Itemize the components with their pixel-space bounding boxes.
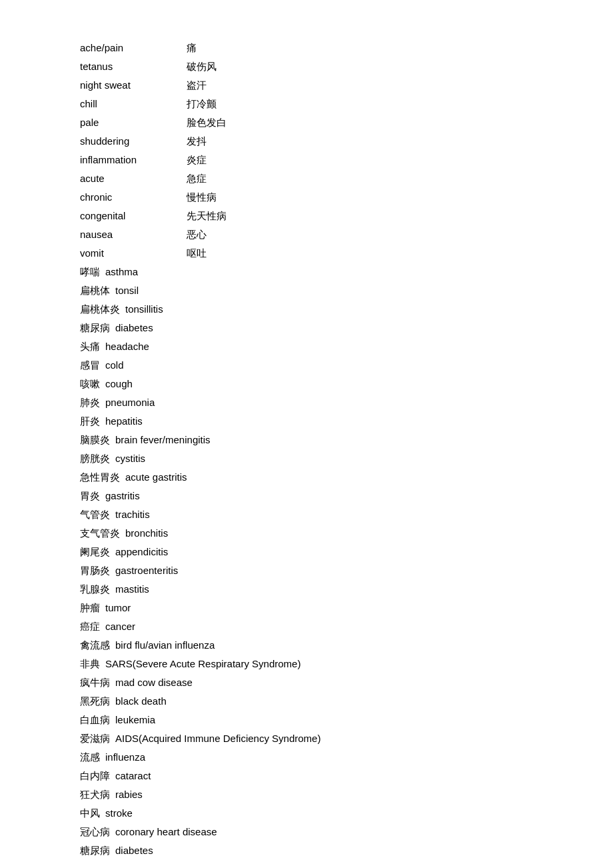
- chinese-term: 肿瘤: [80, 600, 100, 616]
- list-item: 糖尿病diabetes: [80, 843, 613, 859]
- list-item: 爱滋病AIDS(Acquired Immune Deficiency Syndr…: [80, 731, 613, 747]
- list-item: nausea恶心: [80, 227, 613, 243]
- english-term: coronary heart disease: [115, 824, 217, 840]
- list-item: tetanus破伤风: [80, 59, 613, 75]
- chinese-term: 中风: [80, 805, 100, 821]
- english-term: stroke: [105, 805, 133, 821]
- chinese-term: 破伤风: [187, 59, 217, 75]
- english-term: cancer: [105, 619, 135, 635]
- english-term: vomit: [80, 245, 187, 261]
- chinese-term: 爱滋病: [80, 731, 110, 747]
- list-item: 感冒cold: [80, 357, 613, 373]
- chinese-term: 白血病: [80, 712, 110, 728]
- chinese-term: 糖尿病: [80, 320, 110, 336]
- english-term: night sweat: [80, 77, 187, 93]
- list-item: night sweat盗汗: [80, 77, 613, 93]
- english-term: cold: [105, 357, 124, 373]
- list-item: 乳腺炎mastitis: [80, 581, 613, 597]
- list-item: 阑尾炎appendicitis: [80, 544, 613, 560]
- english-term: tonsillitis: [125, 301, 163, 317]
- list-item: 非典SARS(Severe Acute Respiratary Syndrome…: [80, 656, 613, 672]
- chinese-term: 恶心: [187, 227, 207, 243]
- chinese-term: 肺炎: [80, 395, 100, 411]
- chinese-term: 狂犬病: [80, 787, 110, 803]
- list-item: 糖尿病diabetes: [80, 320, 613, 336]
- list-item: 胃肠炎gastroenteritis: [80, 563, 613, 579]
- chinese-term: 非典: [80, 656, 100, 672]
- list-item: 头痛headache: [80, 339, 613, 355]
- chinese-term: 胃炎: [80, 488, 100, 504]
- chinese-term: 炎症: [187, 152, 207, 168]
- list-item: chill打冷颤: [80, 96, 613, 112]
- english-term: trachitis: [115, 507, 150, 523]
- chinese-term: 感冒: [80, 357, 100, 373]
- chinese-term: 阑尾炎: [80, 544, 110, 560]
- english-term: acute: [80, 171, 187, 187]
- chinese-term: 发抖: [187, 133, 207, 149]
- chinese-term: 禽流感: [80, 637, 110, 653]
- list-item: congenital先天性病: [80, 208, 613, 224]
- list-item: 禽流感bird flu/avian influenza: [80, 637, 613, 653]
- chinese-term: 冠心病: [80, 824, 110, 840]
- english-term: brain fever/meningitis: [115, 432, 211, 448]
- english-term: black death: [115, 693, 167, 709]
- list-item: 扁桃体炎tonsillitis: [80, 301, 613, 317]
- list-item: 肝炎hepatitis: [80, 413, 613, 429]
- english-term: appendicitis: [115, 544, 168, 560]
- english-term: chronic: [80, 189, 187, 205]
- english-term: cystitis: [115, 451, 145, 467]
- list-item: 脑膜炎brain fever/meningitis: [80, 432, 613, 448]
- chinese-term: 肝炎: [80, 413, 100, 429]
- list-item: 白内障cataract: [80, 768, 613, 784]
- english-term: headache: [105, 339, 149, 355]
- list-item: inflammation炎症: [80, 152, 613, 168]
- list-item: shuddering发抖: [80, 133, 613, 149]
- list-item: pale脸色发白: [80, 115, 613, 131]
- chinese-term: 气管炎: [80, 507, 110, 523]
- list-item: 狂犬病rabies: [80, 787, 613, 803]
- english-term: influenza: [105, 749, 145, 765]
- list-item: 肿瘤tumor: [80, 600, 613, 616]
- list-item: 癌症cancer: [80, 619, 613, 635]
- list-item: 流感influenza: [80, 749, 613, 765]
- list-item: 疯牛病mad cow disease: [80, 675, 613, 691]
- list-item: 白血病leukemia: [80, 712, 613, 728]
- chinese-term: 急性胃炎: [80, 469, 120, 485]
- chinese-term: 流感: [80, 749, 100, 765]
- list-item: 胃炎gastritis: [80, 488, 613, 504]
- english-term: bronchitis: [125, 525, 168, 541]
- english-term: congenital: [80, 208, 187, 224]
- list-item: 黑死病black death: [80, 693, 613, 709]
- list-item: 扁桃体tonsil: [80, 283, 613, 299]
- chinese-term: 哮喘: [80, 264, 100, 280]
- english-term: asthma: [105, 264, 138, 280]
- list-item: ache/pain痛: [80, 40, 613, 56]
- english-term: leukemia: [115, 712, 155, 728]
- english-term: ache/pain: [80, 40, 187, 56]
- chinese-term: 咳嗽: [80, 376, 100, 392]
- english-term: gastroenteritis: [115, 563, 178, 579]
- english-term: mastitis: [115, 581, 149, 597]
- list-item: 哮喘asthma: [80, 264, 613, 280]
- chinese-term: 脑膜炎: [80, 432, 110, 448]
- chinese-term: 痛: [187, 40, 197, 56]
- chinese-term: 糖尿病: [80, 843, 110, 859]
- english-term: hepatitis: [105, 413, 143, 429]
- english-term: acute gastritis: [125, 469, 187, 485]
- english-term: pale: [80, 115, 187, 131]
- english-term: diabetes: [115, 843, 153, 859]
- english-term: pneumonia: [105, 395, 155, 411]
- english-term: SARS(Severe Acute Respiratary Syndrome): [105, 656, 301, 672]
- list-item: 咳嗽cough: [80, 376, 613, 392]
- list-item: 膀胱炎cystitis: [80, 451, 613, 467]
- chinese-term: 白内障: [80, 768, 110, 784]
- chinese-term: 脸色发白: [187, 115, 227, 131]
- chinese-term: 支气管炎: [80, 525, 120, 541]
- chinese-term: 癌症: [80, 619, 100, 635]
- english-term: cataract: [115, 768, 151, 784]
- english-term: cough: [105, 376, 133, 392]
- english-term: diabetes: [115, 320, 153, 336]
- vocab-list: ache/pain痛tetanus破伤风night sweat盗汗chill打冷…: [80, 40, 613, 859]
- list-item: vomit呕吐: [80, 245, 613, 261]
- chinese-term: 急症: [187, 171, 207, 187]
